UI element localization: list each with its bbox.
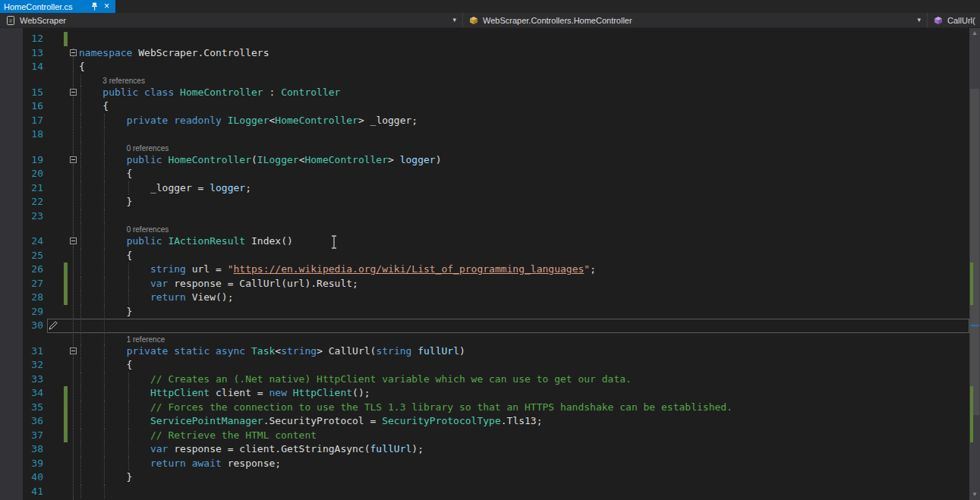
line-number[interactable]: 20 bbox=[0, 167, 47, 181]
line-number[interactable]: 31 bbox=[0, 344, 47, 359]
line-number[interactable]: 25 bbox=[0, 249, 47, 263]
line-number[interactable]: 26 bbox=[0, 263, 47, 277]
line-number[interactable]: 13 bbox=[0, 46, 47, 61]
collapse-toggle[interactable] bbox=[70, 347, 77, 354]
code-content[interactable]: private static async Task<string> CallUr… bbox=[79, 344, 969, 359]
outline-margin bbox=[68, 414, 79, 429]
collapse-toggle[interactable] bbox=[70, 89, 77, 96]
code-content[interactable]: HttpClient client = new HttpClient(); bbox=[79, 386, 969, 401]
line-number[interactable]: 12 bbox=[0, 32, 47, 46]
code-line: 30 bbox=[0, 319, 969, 333]
line-number[interactable]: 28 bbox=[0, 291, 47, 305]
chevron-down-icon[interactable]: ▾ bbox=[452, 17, 456, 24]
codelens-references[interactable]: 0 references bbox=[127, 224, 169, 235]
line-number[interactable]: 29 bbox=[0, 305, 47, 319]
line-number[interactable]: 22 bbox=[0, 195, 47, 209]
code-token: response; bbox=[222, 458, 281, 469]
code-content[interactable] bbox=[79, 127, 969, 142]
code-token: url = bbox=[186, 263, 228, 275]
code-content[interactable]: namespace WebScraper.Controllers bbox=[79, 46, 969, 61]
code-content[interactable]: // Creates an (.Net native) HttpClient v… bbox=[79, 373, 969, 387]
code-content[interactable]: return await response; bbox=[79, 457, 969, 471]
tab-homecontroller[interactable]: HomeController.cs × bbox=[0, 0, 115, 13]
line-number[interactable]: 23 bbox=[0, 209, 47, 224]
member-dropdown[interactable]: CallUrl( bbox=[928, 13, 980, 27]
indent-guide bbox=[104, 223, 105, 234]
code-content[interactable]: // Forces the connection to use the TLS … bbox=[79, 401, 969, 415]
codelens-references[interactable]: 0 references bbox=[127, 143, 169, 154]
chevron-down-icon[interactable]: ▾ bbox=[917, 17, 921, 24]
codelens-references[interactable]: 3 references bbox=[102, 75, 145, 86]
code-token: readonly bbox=[174, 115, 222, 126]
collapse-toggle[interactable] bbox=[70, 156, 77, 163]
collapse-toggle[interactable] bbox=[70, 49, 77, 56]
code-content[interactable] bbox=[79, 485, 969, 499]
line-number[interactable]: 17 bbox=[0, 114, 47, 128]
code-content[interactable]: { bbox=[79, 60, 969, 74]
line-number[interactable]: 33 bbox=[0, 373, 47, 387]
project-dropdown[interactable]: # WebScraper ▾ bbox=[0, 13, 463, 27]
code-content[interactable]: public class HomeController : Controller bbox=[79, 86, 969, 100]
code-content[interactable]: string url = "https://en.wikipedia.org/w… bbox=[79, 263, 969, 277]
code-content[interactable]: var response = client.GetStringAsync(ful… bbox=[79, 442, 969, 457]
code-token: { bbox=[79, 168, 132, 179]
scrollbar-change-mark bbox=[970, 263, 973, 305]
line-number[interactable]: 30 bbox=[0, 319, 47, 333]
type-dropdown[interactable]: WebScraper.Controllers.HomeController ▾ bbox=[463, 13, 928, 27]
line-number[interactable]: 38 bbox=[0, 442, 47, 457]
code-content[interactable] bbox=[79, 209, 969, 224]
code-line: 34 HttpClient client = new HttpClient(); bbox=[0, 386, 969, 401]
line-number[interactable]: 37 bbox=[0, 429, 47, 443]
line-number[interactable]: 14 bbox=[0, 60, 47, 74]
line-number[interactable]: 35 bbox=[0, 401, 47, 415]
code-content[interactable]: var response = CallUrl(url).Result; bbox=[79, 277, 969, 291]
line-number[interactable]: 32 bbox=[0, 358, 47, 373]
code-token: new bbox=[269, 387, 286, 398]
codelens-references[interactable]: 1 reference bbox=[127, 334, 165, 345]
code-content[interactable] bbox=[79, 32, 969, 46]
code-content[interactable]: } bbox=[79, 195, 969, 209]
code-content[interactable]: _logger = logger; bbox=[79, 181, 969, 196]
line-number[interactable]: 21 bbox=[0, 181, 47, 196]
outline-margin bbox=[68, 429, 79, 443]
code-token: public bbox=[127, 235, 162, 247]
line-number[interactable]: 16 bbox=[0, 99, 47, 114]
close-icon[interactable]: × bbox=[102, 2, 112, 11]
code-content[interactable]: { bbox=[79, 167, 969, 181]
code-token: Task bbox=[251, 345, 275, 357]
code-content[interactable]: // Retrieve the HTML content bbox=[79, 429, 969, 443]
code-content[interactable]: return View(); bbox=[79, 291, 969, 305]
navigation-bar: # WebScraper ▾ WebScraper.Controllers.Ho… bbox=[0, 13, 980, 28]
code-content[interactable] bbox=[79, 319, 969, 333]
code-content[interactable]: private readonly ILogger<HomeController>… bbox=[79, 114, 969, 128]
code-content[interactable]: public IActionResult Index() bbox=[79, 234, 969, 249]
line-number[interactable]: 18 bbox=[0, 127, 47, 142]
scroll-down-icon[interactable]: ▼ bbox=[969, 489, 980, 500]
code-token: View bbox=[192, 291, 216, 303]
outline-margin bbox=[68, 333, 79, 344]
vertical-scrollbar[interactable]: ▲ ▼ bbox=[969, 28, 980, 500]
line-number[interactable]: 34 bbox=[0, 386, 47, 401]
line-number[interactable]: 24 bbox=[0, 234, 47, 249]
line-number[interactable]: 19 bbox=[0, 153, 47, 168]
code-line: 31 private static async Task<string> Cal… bbox=[0, 344, 969, 359]
code-content[interactable]: { bbox=[79, 99, 969, 114]
code-content[interactable]: { bbox=[79, 358, 969, 373]
code-content[interactable]: ServicePointManager.SecurityProtocol = S… bbox=[79, 414, 969, 429]
line-number[interactable]: 36 bbox=[0, 414, 47, 429]
scrollbar-thumb[interactable] bbox=[970, 89, 979, 415]
line-number[interactable]: 15 bbox=[0, 86, 47, 100]
code-token: _logger = bbox=[79, 182, 210, 193]
code-content[interactable]: { bbox=[79, 249, 969, 263]
line-number[interactable]: 39 bbox=[0, 457, 47, 471]
code-content[interactable]: } bbox=[79, 305, 969, 319]
line-number[interactable]: 41 bbox=[0, 485, 47, 499]
code-content[interactable]: public HomeController(ILogger<HomeContro… bbox=[79, 153, 969, 168]
indent-guide bbox=[80, 333, 81, 344]
line-number[interactable]: 27 bbox=[0, 277, 47, 291]
line-number[interactable]: 40 bbox=[0, 470, 47, 485]
pin-icon[interactable] bbox=[89, 2, 99, 11]
code-content[interactable]: } bbox=[79, 470, 969, 485]
collapse-toggle[interactable] bbox=[70, 237, 77, 244]
scroll-up-icon[interactable]: ▲ bbox=[969, 28, 980, 39]
